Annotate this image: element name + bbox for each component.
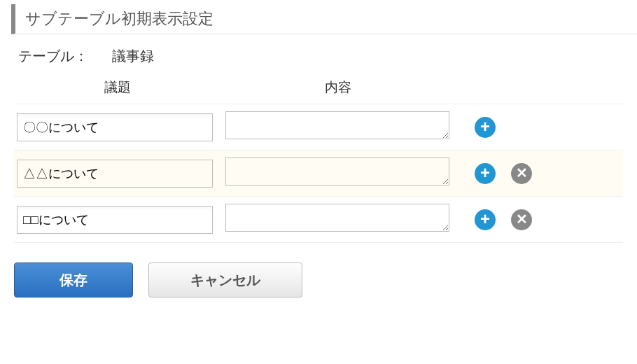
cell-agenda (17, 206, 213, 234)
add-row-button[interactable]: + (475, 163, 496, 184)
page-title: サブテーブル初期表示設定 (11, 4, 637, 34)
subtable-grid: 議題 内容 ++✕+✕ (14, 76, 623, 243)
row-actions: +✕ (462, 163, 532, 184)
table-row: +✕ (14, 150, 623, 196)
column-header-content: 内容 (220, 78, 455, 97)
button-bar: 保存 キャンセル (14, 262, 623, 298)
content-textarea[interactable] (225, 158, 449, 186)
column-header-agenda: 議題 (14, 78, 220, 97)
table-name: 議事録 (112, 48, 154, 64)
cell-agenda (17, 113, 213, 141)
delete-row-button[interactable]: ✕ (511, 163, 532, 184)
close-icon: ✕ (516, 212, 528, 226)
content-textarea[interactable] (225, 111, 449, 139)
table-row: + (14, 104, 623, 150)
table-label-prefix: テーブル： (18, 48, 88, 64)
cell-content (225, 158, 449, 189)
cell-content (225, 204, 449, 235)
cell-content (225, 111, 449, 143)
agenda-input[interactable] (17, 206, 213, 234)
plus-icon: + (480, 118, 490, 135)
settings-form: テーブル： 議事録 議題 内容 ++✕+✕ 保存 キャンセル (0, 47, 637, 298)
cell-agenda (17, 160, 213, 188)
table-label-row: テーブル： 議事録 (18, 47, 623, 66)
cancel-button[interactable]: キャンセル (148, 262, 302, 298)
row-actions: + (462, 117, 496, 138)
add-row-button[interactable]: + (475, 117, 496, 138)
close-icon: ✕ (516, 166, 528, 180)
agenda-input[interactable] (17, 113, 213, 141)
plus-icon: + (480, 211, 490, 227)
add-row-button[interactable]: + (475, 209, 496, 230)
content-textarea[interactable] (225, 204, 449, 232)
plus-icon: + (480, 164, 490, 181)
column-headers: 議題 内容 (14, 76, 623, 104)
save-button[interactable]: 保存 (14, 262, 133, 298)
row-actions: +✕ (462, 209, 532, 230)
page-title-text: サブテーブル初期表示設定 (25, 10, 214, 27)
agenda-input[interactable] (17, 160, 213, 188)
table-row: +✕ (14, 196, 623, 243)
delete-row-button[interactable]: ✕ (511, 209, 532, 230)
